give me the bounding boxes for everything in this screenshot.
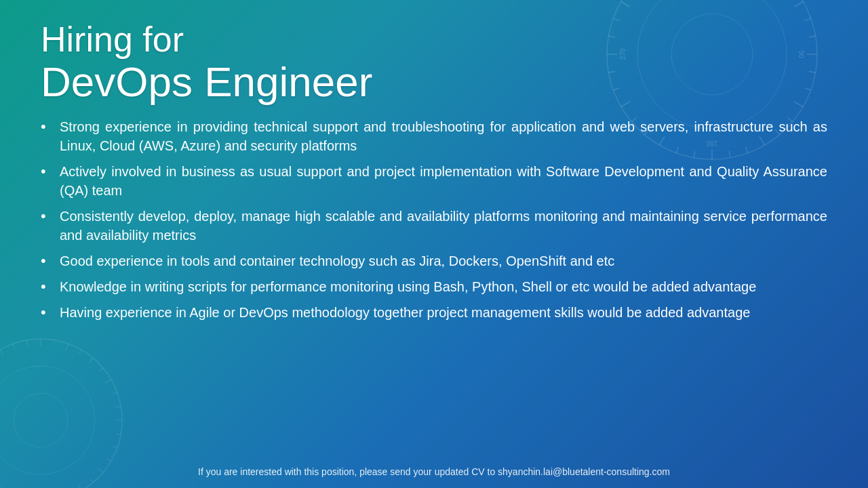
bullet-dot: • <box>41 253 54 268</box>
bullet-text: Knowledge in writing scripts for perform… <box>60 277 827 296</box>
bullet-dot: • <box>41 119 54 134</box>
bullet-text: Actively involved in business as usual s… <box>60 162 827 200</box>
requirements-list: • Strong experience in providing technic… <box>41 117 827 322</box>
footer-text: If you are interested with this position… <box>198 466 670 477</box>
list-item: • Consistently develop, deploy, manage h… <box>41 207 827 245</box>
bullet-dot: • <box>41 164 54 179</box>
bullet-text: Having experience in Agile or DevOps met… <box>60 303 827 322</box>
list-item: • Actively involved in business as usual… <box>41 162 827 200</box>
bullet-text: Strong experience in providing technical… <box>60 117 827 155</box>
bullet-dot: • <box>41 305 54 320</box>
bullet-text: Consistently develop, deploy, manage hig… <box>60 207 827 245</box>
list-item: • Having experience in Agile or DevOps m… <box>41 303 827 322</box>
title-line1: Hiring for <box>41 20 827 59</box>
list-item: • Good experience in tools and container… <box>41 251 827 270</box>
bullet-dot: • <box>41 209 54 224</box>
page-background: 0 90 180 270 <box>0 0 868 488</box>
list-item: • Knowledge in writing scripts for perfo… <box>41 277 827 296</box>
main-content: Hiring for DevOps Engineer • Strong expe… <box>0 0 868 488</box>
title-section: Hiring for DevOps Engineer <box>41 20 827 105</box>
bullet-dot: • <box>41 279 54 294</box>
list-item: • Strong experience in providing technic… <box>41 117 827 155</box>
title-line2: DevOps Engineer <box>41 59 827 105</box>
footer: If you are interested with this position… <box>0 462 868 481</box>
bullet-text: Good experience in tools and container t… <box>60 251 827 270</box>
